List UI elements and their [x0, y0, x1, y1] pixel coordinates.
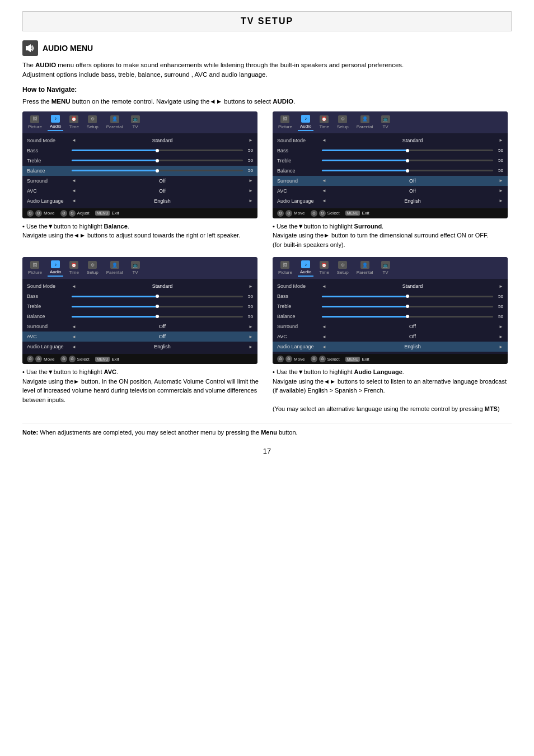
row-bass-2: Bass 50 — [273, 146, 508, 156]
section-heading: AUDIO MENU — [43, 44, 93, 53]
nav-time-4: ⏰ Time — [317, 260, 331, 276]
tv-menu-body-3: Sound Mode ◄ Standard ► Bass 50 Treble — [22, 279, 257, 354]
tv-menu-body-2: Sound Mode ◄ Standard ► Bass 50 Treble — [273, 133, 508, 208]
row-audio-lang-1: Audio Language ◄ English ► — [22, 196, 257, 206]
nav-time-2: ⏰ Time — [317, 114, 331, 130]
nav-parental-2: 👤 Parental — [354, 114, 376, 130]
svg-marker-1 — [28, 44, 31, 52]
panel-caption-1: • Use the▼button to highlight Balance. N… — [22, 222, 261, 240]
nav-audio-4: ♪ Audio — [298, 259, 313, 277]
nav-picture-1: 🖼 Picture — [26, 114, 44, 130]
tv-nav-1: 🖼 Picture ♪ Audio ⏰ Time ⚙ Setup 👤 P — [22, 111, 257, 133]
panel-block-3: 🖼 Picture ♪ Audio ⏰ Time ⚙ Setup 👤 P — [22, 257, 261, 414]
how-to-navigate: How to Navigate: — [22, 86, 512, 94]
row-surround-3: Surround ◄ Off ► — [22, 321, 257, 332]
nav-instruction: Press the MENU button on the remote cont… — [22, 98, 512, 105]
row-treble-3: Treble 50 — [22, 301, 257, 311]
nav-parental-1: 👤 Parental — [104, 114, 125, 130]
nav-picture-3: 🖼 Picture — [26, 260, 44, 276]
tv-menu-body-1: Sound Mode ◄ Standard ► Bass 50 Treble — [22, 133, 257, 208]
nav-tv-1: 📺 TV — [129, 114, 142, 130]
row-audio-lang-3: Audio Language ◄ English ► — [22, 342, 257, 352]
page-number: 17 — [22, 447, 512, 455]
tv-footer-1: ⊙⊙ Move ⊙⊙ Adjust MENU Exit — [22, 208, 257, 218]
nav-time-1: ⏰ Time — [67, 114, 81, 130]
nav-tv-2: 📺 TV — [379, 114, 392, 130]
audio-icon — [22, 40, 38, 56]
row-sound-mode-2: Sound Mode ◄ Standard ► — [273, 136, 508, 146]
panels-row-2: 🖼 Picture ♪ Audio ⏰ Time ⚙ Setup 👤 P — [22, 257, 512, 414]
panel-caption-2: • Use the▼button to highlight Surround. … — [273, 222, 512, 250]
row-sound-mode-1: Sound Mode ◄ Standard ► — [22, 136, 257, 146]
tv-menu-3: 🖼 Picture ♪ Audio ⏰ Time ⚙ Setup 👤 P — [22, 257, 257, 364]
nav-setup-1: ⚙ Setup — [85, 114, 101, 130]
nav-setup-2: ⚙ Setup — [335, 114, 351, 130]
row-bass-3: Bass 50 — [22, 291, 257, 301]
note-text: Note: When adjustments are completed, yo… — [22, 423, 512, 436]
row-balance-1-active: Balance 50 — [22, 166, 257, 176]
nav-setup-3: ⚙ Setup — [85, 260, 101, 276]
tv-menu-2: 🖼 Picture ♪ Audio ⏰ Time ⚙ Setup 👤 P — [273, 111, 508, 218]
row-surround-4: Surround ◄ Off ► — [273, 321, 508, 332]
nav-parental-4: 👤 Parental — [354, 260, 376, 276]
row-treble-2: Treble 50 — [273, 156, 508, 166]
nav-time-3: ⏰ Time — [67, 260, 81, 276]
nav-audio-2: ♪ Audio — [298, 114, 313, 131]
row-balance-2: Balance 50 — [273, 166, 508, 176]
nav-setup-4: ⚙ Setup — [335, 260, 351, 276]
panel-caption-4: • Use the▼button to highlight Audio Lang… — [273, 367, 512, 414]
row-balance-4: Balance 50 — [273, 311, 508, 321]
row-sound-mode-3: Sound Mode ◄ Standard ► — [22, 281, 257, 291]
row-sound-mode-4: Sound Mode ◄ Standard ► — [273, 281, 508, 291]
row-audio-lang-4-active: Audio Language ◄ English ► — [273, 342, 508, 352]
tv-footer-3: ⊙⊙ Move ⊙⊙ Select MENU Exit — [22, 354, 257, 364]
row-balance-3: Balance 50 — [22, 311, 257, 321]
spanish-text: Spanish — [335, 387, 357, 394]
tv-menu-1: 🖼 Picture ♪ Audio ⏰ Time ⚙ Setup 👤 P — [22, 111, 257, 218]
tv-nav-2: 🖼 Picture ♪ Audio ⏰ Time ⚙ Setup 👤 P — [273, 111, 508, 133]
row-treble-4: Treble 50 — [273, 301, 508, 311]
tv-footer-2: ⊙⊙ Move ⊙⊙ Select MENU Exit — [273, 208, 508, 218]
tv-menu-4: 🖼 Picture ♪ Audio ⏰ Time ⚙ Setup 👤 P — [273, 257, 508, 364]
panel-block-1: 🖼 Picture ♪ Audio ⏰ Time ⚙ Setup 👤 P — [22, 111, 261, 250]
tv-nav-4: 🖼 Picture ♪ Audio ⏰ Time ⚙ Setup 👤 P — [273, 257, 508, 279]
panel-block-4: 🖼 Picture ♪ Audio ⏰ Time ⚙ Setup 👤 P — [273, 257, 512, 414]
panels-row-1: 🖼 Picture ♪ Audio ⏰ Time ⚙ Setup 👤 P — [22, 111, 512, 250]
row-avc-1: AVC ◄ Off ► — [22, 186, 257, 196]
row-bass-1: Bass 50 — [22, 146, 257, 156]
nav-audio-1: ♪ Audio — [48, 114, 63, 131]
nav-picture-4: 🖼 Picture — [276, 260, 294, 276]
tv-menu-body-4: Sound Mode ◄ Standard ► Bass 50 Treble — [273, 279, 508, 354]
tv-footer-4: ⊙⊙ Move ⊙⊙ Select MENU Exit — [273, 354, 508, 364]
row-avc-4: AVC ◄ Off ► — [273, 332, 508, 342]
row-avc-2: AVC ◄ Off ► — [273, 186, 508, 196]
nav-tv-4: 📺 TV — [379, 260, 392, 276]
row-bass-4: Bass 50 — [273, 291, 508, 301]
row-audio-lang-2: Audio Language ◄ English ► — [273, 196, 508, 206]
nav-parental-3: 👤 Parental — [104, 260, 125, 276]
nav-picture-2: 🖼 Picture — [276, 114, 294, 130]
tv-nav-3: 🖼 Picture ♪ Audio ⏰ Time ⚙ Setup 👤 P — [22, 257, 257, 279]
page-title: TV SETUP — [22, 11, 512, 31]
description: The AUDIO menu offers options to make so… — [22, 60, 512, 80]
row-surround-2-active: Surround ◄ Off ► — [273, 176, 508, 186]
panel-block-2: 🖼 Picture ♪ Audio ⏰ Time ⚙ Setup 👤 P — [273, 111, 512, 250]
row-surround-1: Surround ◄ Off ► — [22, 176, 257, 186]
panel-caption-3: • Use the▼button to highlight AVC. Navig… — [22, 367, 261, 404]
nav-tv-3: 📺 TV — [129, 260, 142, 276]
row-avc-3-active: AVC ◄ Off ► — [22, 332, 257, 342]
nav-audio-3: ♪ Audio — [48, 259, 63, 277]
row-treble-1: Treble 50 — [22, 156, 257, 166]
svg-rect-0 — [26, 46, 28, 50]
